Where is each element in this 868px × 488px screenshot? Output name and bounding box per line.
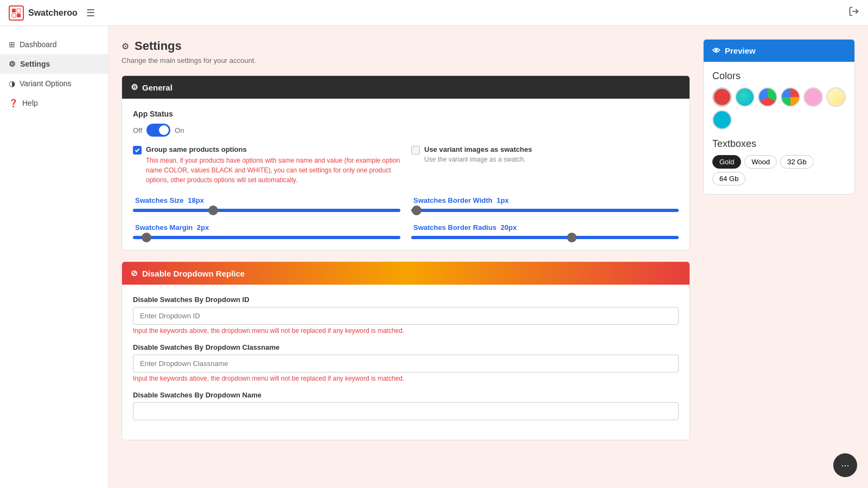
page-gear-icon: ⚙ xyxy=(122,41,129,52)
sidebar-item-settings[interactable]: ⚙ Settings xyxy=(0,54,108,74)
topbar: Swatcheroo ☰ xyxy=(0,0,868,26)
swatch-turquoise[interactable] xyxy=(712,110,732,130)
main-content: ⚙ Settings Change the main settings for … xyxy=(108,26,703,488)
variant-options-icon: ◑ xyxy=(9,79,15,88)
dropdown-name-group: Disable Swatches By Dropdown Name xyxy=(133,391,679,420)
disable-dropdown-title: Disable Dropdown Replice xyxy=(142,269,245,278)
group-products-option: Group same products options This mean, i… xyxy=(133,145,400,185)
group-products-desc: This mean, if your products have options… xyxy=(146,156,400,185)
svg-rect-0 xyxy=(12,9,16,12)
svg-rect-2 xyxy=(12,14,16,17)
dashboard-icon: ⊞ xyxy=(9,40,15,49)
layout: ⊞ Dashboard ⚙ Settings ◑ Variant Options… xyxy=(0,26,868,488)
dropdown-classname-group: Disable Swatches By Dropdown Classname I… xyxy=(133,343,679,382)
options-grid: Group same products options This mean, i… xyxy=(133,145,679,185)
preview-panel: 👁 Preview Colors Textboxes Gold Wood 32 … xyxy=(703,39,855,195)
chat-bubble[interactable]: ··· xyxy=(833,453,857,477)
swatches-size-thumb[interactable] xyxy=(208,206,218,215)
sidebar-label-help: Help xyxy=(22,99,38,107)
sidebar-label-settings: Settings xyxy=(20,60,50,68)
swatches-margin-thumb[interactable] xyxy=(142,233,151,242)
textbox-32gb[interactable]: 32 Gb xyxy=(780,155,813,169)
swatch-multicolor-1[interactable] xyxy=(758,87,777,107)
swatches-margin-value: 2px xyxy=(197,223,209,232)
variant-images-label: Use variant images as swatches xyxy=(424,145,532,153)
dropdown-name-input[interactable] xyxy=(133,402,679,420)
dropdown-classname-input[interactable] xyxy=(133,355,679,373)
swatches-size-slider: Swatches Size 18px xyxy=(133,196,400,212)
svg-rect-1 xyxy=(17,9,21,12)
swatch-red[interactable] xyxy=(712,87,732,107)
swatches-border-width-label: Swatches Border Width 1px xyxy=(411,196,509,204)
variant-images-option: Use variant images as swatches Use the v… xyxy=(411,145,679,185)
disable-dropdown-card: ⊘ Disable Dropdown Replice Disable Swatc… xyxy=(122,261,690,440)
swatches-border-radius-slider: Swatches Border Radius 20px xyxy=(411,223,679,239)
sidebar: ⊞ Dashboard ⚙ Settings ◑ Variant Options… xyxy=(0,26,108,488)
settings-icon: ⚙ xyxy=(9,60,16,68)
swatches-border-width-value: 1px xyxy=(496,196,508,204)
dropdown-id-label: Disable Swatches By Dropdown ID xyxy=(133,296,679,304)
swatches-border-radius-track[interactable] xyxy=(411,236,679,239)
swatches-size-track[interactable] xyxy=(133,209,400,212)
swatch-cream[interactable] xyxy=(826,87,846,107)
swatches-size-label: Swatches Size 18px xyxy=(133,196,204,204)
page-subtitle: Change the main settings for your accoun… xyxy=(122,56,690,65)
textboxes-title: Textboxes xyxy=(712,138,846,150)
swatches-margin-label: Swatches Margin 2px xyxy=(133,223,209,232)
textbox-gold[interactable]: Gold xyxy=(712,155,741,169)
swatches-border-radius-label: Swatches Border Radius 20px xyxy=(411,223,516,232)
swatches-border-radius-thumb[interactable] xyxy=(567,233,577,242)
swatch-pink[interactable] xyxy=(803,87,823,107)
variant-images-checkbox[interactable] xyxy=(411,146,420,155)
swatches-border-width-thumb[interactable] xyxy=(412,206,422,215)
dropdown-id-group: Disable Swatches By Dropdown ID Input th… xyxy=(133,296,679,335)
page-header: ⚙ Settings xyxy=(122,39,690,53)
group-products-checkbox[interactable] xyxy=(133,146,142,155)
swatches-margin-slider: Swatches Margin 2px xyxy=(133,223,400,239)
general-gear-icon: ⚙ xyxy=(131,82,138,92)
sidebar-item-variant-options[interactable]: ◑ Variant Options xyxy=(0,74,108,93)
swatch-teal[interactable] xyxy=(735,87,755,107)
swatches-size-value: 18px xyxy=(188,196,204,204)
app-name: Swatcheroo xyxy=(28,8,78,18)
group-products-label: Group same products options xyxy=(146,145,400,153)
swatches-border-width-track[interactable] xyxy=(411,209,679,212)
disable-icon: ⊘ xyxy=(131,268,138,278)
dropdown-id-input[interactable] xyxy=(133,307,679,325)
textbox-64gb[interactable]: 64 Gb xyxy=(712,172,745,185)
dropdown-name-label: Disable Swatches By Dropdown Name xyxy=(133,391,679,399)
toggle-row: Off On xyxy=(133,124,679,137)
app-logo: Swatcheroo xyxy=(9,5,78,21)
preview-title: Preview xyxy=(725,46,756,55)
sidebar-item-dashboard[interactable]: ⊞ Dashboard xyxy=(0,35,108,54)
help-icon: ❓ xyxy=(9,99,18,107)
group-products-content: Group same products options This mean, i… xyxy=(146,145,400,185)
dropdown-classname-hint: Input the keywords above, the dropdown m… xyxy=(133,375,679,382)
app-status-label: App Status xyxy=(133,110,679,118)
sliders-grid: Swatches Size 18px Swatches Border Width… xyxy=(133,196,679,239)
app-status-toggle[interactable] xyxy=(146,124,170,137)
textbox-wood[interactable]: Wood xyxy=(744,155,777,169)
general-card: ⚙ General App Status Off On xyxy=(122,75,690,251)
dropdown-id-hint: Input the keywords above, the dropdown m… xyxy=(133,327,679,335)
dropdown-classname-label: Disable Swatches By Dropdown Classname xyxy=(133,343,679,351)
variant-images-content: Use variant images as swatches Use the v… xyxy=(424,145,532,163)
disable-dropdown-body: Disable Swatches By Dropdown ID Input th… xyxy=(122,285,690,440)
preview-eye-icon: 👁 xyxy=(712,46,720,55)
disable-dropdown-header: ⊘ Disable Dropdown Replice xyxy=(122,262,690,285)
toggle-on-label: On xyxy=(175,126,184,134)
general-card-body: App Status Off On Group same products op… xyxy=(122,99,690,250)
colors-title: Colors xyxy=(712,70,846,82)
logo-icon xyxy=(9,5,24,21)
sidebar-item-help[interactable]: ❓ Help xyxy=(0,93,108,113)
textboxes-row: Gold Wood 32 Gb 64 Gb xyxy=(712,155,846,185)
swatches-row xyxy=(712,87,846,130)
svg-rect-3 xyxy=(17,14,21,17)
logout-icon[interactable] xyxy=(848,6,859,20)
sidebar-label-dashboard: Dashboard xyxy=(20,40,57,49)
chat-icon: ··· xyxy=(841,460,849,471)
hamburger-icon[interactable]: ☰ xyxy=(86,7,95,19)
toggle-off-label: Off xyxy=(133,126,142,134)
swatch-multicolor-2[interactable] xyxy=(781,87,800,107)
swatches-margin-track[interactable] xyxy=(133,236,400,239)
